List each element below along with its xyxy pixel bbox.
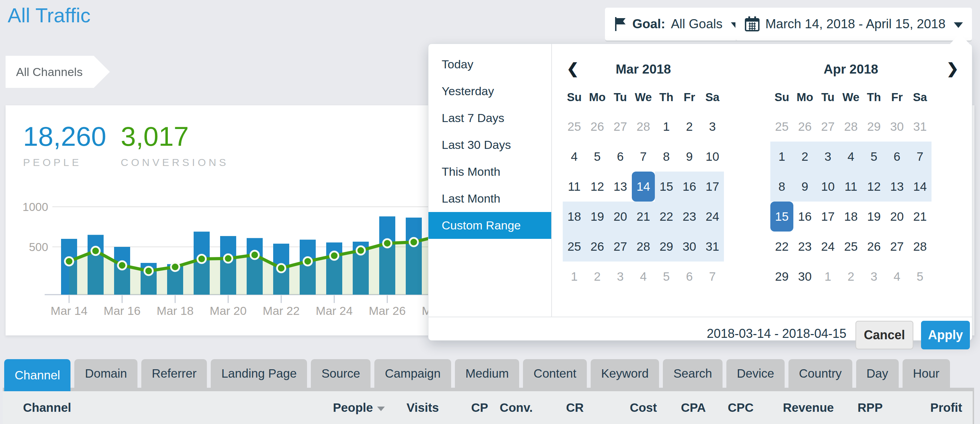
calendar-day[interactable]: 3: [701, 111, 724, 141]
tab-source[interactable]: Source: [311, 359, 371, 388]
calendar-day[interactable]: 30: [678, 232, 701, 262]
calendar-day[interactable]: 29: [655, 232, 678, 262]
tab-day[interactable]: Day: [856, 359, 899, 388]
calendar-day[interactable]: 22: [655, 202, 678, 232]
tab-medium[interactable]: Medium: [455, 359, 519, 388]
calendar-day[interactable]: 7: [908, 141, 932, 172]
calendar-day[interactable]: 5: [862, 141, 885, 172]
channel-breadcrumb-tag[interactable]: All Channels: [6, 56, 110, 88]
calendar-day[interactable]: 27: [816, 111, 839, 141]
tab-domain[interactable]: Domain: [74, 359, 137, 388]
calendar-day[interactable]: 8: [655, 141, 678, 172]
calendar-day[interactable]: 18: [839, 202, 862, 232]
calendar-day[interactable]: 7: [632, 141, 655, 172]
preset-last-7-days[interactable]: Last 7 Days: [428, 105, 551, 132]
column-header-rpp[interactable]: RPP: [834, 401, 883, 414]
calendar-day[interactable]: 6: [885, 141, 908, 172]
calendar-day[interactable]: 4: [839, 141, 862, 172]
column-header-people[interactable]: People: [337, 401, 385, 414]
calendar-day[interactable]: 17: [701, 172, 724, 202]
calendar-day[interactable]: 27: [885, 232, 908, 262]
preset-last-month[interactable]: Last Month: [428, 185, 551, 212]
column-header-visits[interactable]: Visits: [385, 401, 439, 414]
preset-today[interactable]: Today: [428, 51, 551, 78]
calendar-day[interactable]: 28: [632, 232, 655, 262]
calendar-day[interactable]: 26: [586, 232, 609, 262]
calendar-day[interactable]: 27: [609, 232, 632, 262]
chevron-right-icon[interactable]: ❯: [947, 60, 959, 77]
calendar-day[interactable]: 9: [793, 172, 816, 202]
calendar-day[interactable]: 25: [563, 232, 586, 262]
column-header-cp[interactable]: CP: [439, 401, 488, 414]
tab-device[interactable]: Device: [726, 359, 784, 388]
tab-keyword[interactable]: Keyword: [591, 359, 659, 388]
calendar-day[interactable]: 1: [563, 262, 586, 292]
tab-landing-page[interactable]: Landing Page: [211, 359, 307, 388]
calendar-day[interactable]: 2: [678, 111, 701, 141]
calendar-day[interactable]: 19: [586, 202, 609, 232]
calendar-day[interactable]: 2: [793, 141, 816, 172]
calendar-day[interactable]: 9: [678, 141, 701, 172]
calendar-day-selected[interactable]: 15: [770, 202, 793, 232]
calendar-day[interactable]: 31: [701, 232, 724, 262]
calendar-day[interactable]: 3: [816, 141, 839, 172]
calendar-day[interactable]: 6: [609, 141, 632, 172]
calendar-day[interactable]: 13: [609, 172, 632, 202]
preset-this-month[interactable]: This Month: [428, 158, 551, 185]
calendar-day[interactable]: 16: [678, 172, 701, 202]
tab-hour[interactable]: Hour: [902, 359, 950, 388]
calendar-day[interactable]: 4: [885, 262, 908, 292]
goal-dropdown-button[interactable]: Goal: All Goals: [605, 8, 749, 40]
calendar-day[interactable]: 8: [770, 172, 793, 202]
column-header-conv[interactable]: Conv.: [488, 401, 533, 414]
calendar-day[interactable]: 15: [655, 172, 678, 202]
column-header-revenue[interactable]: Revenue: [754, 401, 834, 414]
calendar-day[interactable]: 28: [908, 232, 932, 262]
calendar-day[interactable]: 26: [862, 232, 885, 262]
calendar-day[interactable]: 26: [586, 111, 609, 141]
calendar-day[interactable]: 23: [793, 232, 816, 262]
calendar-day[interactable]: 21: [632, 202, 655, 232]
apply-button[interactable]: Apply: [921, 321, 970, 349]
calendar-day[interactable]: 30: [885, 111, 908, 141]
column-header-cpa[interactable]: CPA: [657, 401, 706, 414]
calendar-day[interactable]: 27: [609, 111, 632, 141]
calendar-day[interactable]: 5: [908, 262, 932, 292]
calendar-day[interactable]: 2: [839, 262, 862, 292]
calendar-day[interactable]: 18: [563, 202, 586, 232]
calendar-day[interactable]: 7: [701, 262, 724, 292]
calendar-day[interactable]: 2: [586, 262, 609, 292]
preset-last-30-days[interactable]: Last 30 Days: [428, 132, 551, 158]
calendar-day[interactable]: 22: [770, 232, 793, 262]
calendar-day-selected[interactable]: 14: [632, 172, 655, 202]
calendar-day[interactable]: 14: [908, 172, 932, 202]
column-header-channel[interactable]: Channel: [3, 401, 337, 414]
calendar-day[interactable]: 29: [862, 111, 885, 141]
tab-referrer[interactable]: Referrer: [141, 359, 207, 388]
calendar-day[interactable]: 30: [793, 262, 816, 292]
calendar-day[interactable]: 10: [701, 141, 724, 172]
calendar-day[interactable]: 24: [701, 202, 724, 232]
calendar-day[interactable]: 28: [839, 111, 862, 141]
calendar-day[interactable]: 5: [655, 262, 678, 292]
calendar-day[interactable]: 20: [609, 202, 632, 232]
preset-yesterday[interactable]: Yesterday: [428, 78, 551, 105]
calendar-day[interactable]: 24: [816, 232, 839, 262]
column-header-cr[interactable]: CR: [533, 401, 584, 414]
calendar-day[interactable]: 11: [839, 172, 862, 202]
calendar-day[interactable]: 16: [793, 202, 816, 232]
calendar-day[interactable]: 12: [586, 172, 609, 202]
calendar-day[interactable]: 25: [770, 111, 793, 141]
calendar-day[interactable]: 3: [609, 262, 632, 292]
calendar-day[interactable]: 1: [655, 111, 678, 141]
calendar-day[interactable]: 28: [632, 111, 655, 141]
calendar-day[interactable]: 10: [816, 172, 839, 202]
calendar-day[interactable]: 20: [885, 202, 908, 232]
tab-country[interactable]: Country: [789, 359, 852, 388]
column-header-profit[interactable]: Profit: [883, 401, 962, 414]
calendar-day[interactable]: 6: [678, 262, 701, 292]
calendar-day[interactable]: 17: [816, 202, 839, 232]
calendar-day[interactable]: 13: [885, 172, 908, 202]
tab-search[interactable]: Search: [663, 359, 722, 388]
calendar-day[interactable]: 1: [770, 141, 793, 172]
